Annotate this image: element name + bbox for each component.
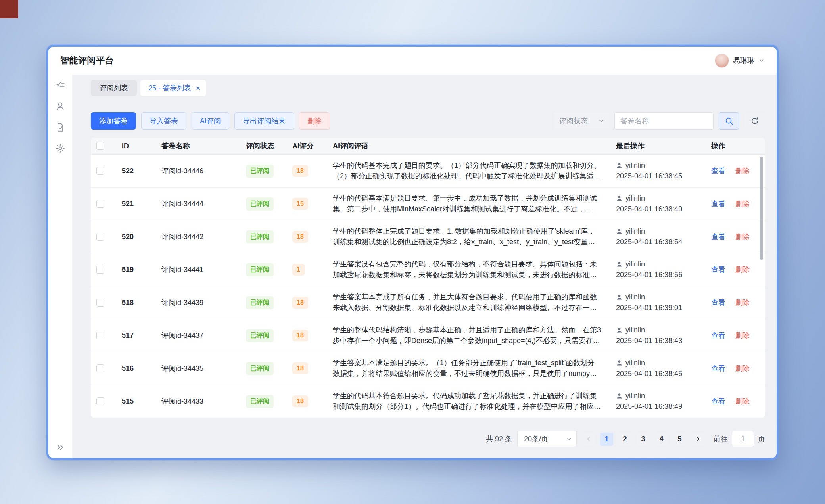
score-badge: 18: [292, 231, 308, 243]
person-icon: [616, 327, 623, 333]
view-link[interactable]: 查看: [711, 299, 725, 307]
status-badge: 已评阅: [246, 395, 274, 408]
refresh-button[interactable]: [744, 112, 765, 130]
table-scrollbar[interactable]: [760, 157, 763, 260]
delete-link[interactable]: 删除: [735, 266, 750, 274]
avatar[interactable]: [715, 54, 729, 68]
page-size-select[interactable]: 20条/页: [517, 431, 577, 447]
cell-name: 评阅id-34442: [153, 232, 243, 241]
delete-link[interactable]: 删除: [735, 397, 750, 405]
operator-name: yilinlin: [625, 391, 645, 401]
tab-answer-sheet-list[interactable]: 25 - 答卷列表 ×: [140, 80, 206, 96]
operation-time: 2025-04-01 16:38:43: [616, 335, 708, 346]
row-checkbox[interactable]: [96, 299, 104, 307]
cell-id: 519: [110, 266, 153, 274]
close-icon[interactable]: ×: [196, 85, 200, 92]
document-check-icon[interactable]: [55, 122, 65, 132]
row-checkbox[interactable]: [96, 397, 104, 405]
delete-link[interactable]: 删除: [735, 233, 750, 241]
status-badge: 已评阅: [246, 329, 274, 342]
page-unit-label: 页: [758, 434, 765, 444]
view-link[interactable]: 查看: [711, 397, 725, 405]
page-button[interactable]: 4: [655, 433, 668, 446]
row-checkbox[interactable]: [96, 332, 104, 339]
delete-link[interactable]: 删除: [735, 299, 750, 307]
row-checkbox[interactable]: [96, 266, 104, 274]
operator-name: yilinlin: [625, 292, 645, 303]
status-badge: 已评阅: [246, 165, 274, 178]
operator-name: yilinlin: [625, 193, 645, 204]
tab-review-list[interactable]: 评阅列表: [91, 80, 137, 96]
person-icon: [616, 195, 623, 202]
cell-last-operation: yilinlin 2025-04-01 16:38:45: [612, 160, 708, 182]
review-status-select[interactable]: 评阅状态: [554, 112, 609, 130]
col-header-lastop: 最后操作: [612, 141, 708, 151]
cell-id: 515: [110, 397, 153, 406]
user-menu[interactable]: 易琳琳: [715, 54, 765, 68]
delete-link[interactable]: 删除: [735, 167, 750, 175]
cell-comment: 学生答案基本完成了所有任务，并且大体符合题目要求。代码使用了正确的库和函数来载入…: [333, 292, 602, 313]
score-badge: 18: [292, 395, 308, 407]
cell-last-operation: yilinlin 2025-04-01 16:39:01: [612, 292, 708, 313]
operation-time: 2025-04-01 16:38:49: [616, 204, 708, 215]
operator-name: yilinlin: [625, 325, 645, 335]
goto-label: 前往: [714, 434, 728, 444]
delete-link[interactable]: 删除: [735, 200, 750, 208]
page-button[interactable]: 1: [600, 433, 613, 446]
operator-name: yilinlin: [625, 259, 645, 270]
page-button[interactable]: 2: [618, 433, 631, 446]
view-link[interactable]: 查看: [711, 200, 725, 208]
delete-link[interactable]: 删除: [735, 332, 750, 339]
view-link[interactable]: 查看: [711, 266, 725, 274]
view-link[interactable]: 查看: [711, 167, 725, 175]
cell-id: 522: [110, 167, 153, 175]
user-name: 易琳琳: [733, 56, 754, 65]
chevron-down-icon: [758, 57, 765, 64]
answer-name-input[interactable]: [614, 112, 714, 130]
cell-id: 521: [110, 200, 153, 208]
add-answer-button[interactable]: 添加答卷: [91, 112, 136, 130]
cell-last-operation: yilinlin 2025-04-01 16:38:56: [612, 259, 708, 280]
page-button[interactable]: 5: [673, 433, 686, 446]
col-header-id: ID: [110, 142, 153, 150]
cell-comment: 学生的代码基本符合题目要求。代码成功加载了鸢尾花数据集，并正确进行了训练集和测试…: [333, 391, 602, 412]
row-checkbox[interactable]: [96, 364, 104, 372]
operation-time: 2025-04-01 16:38:49: [616, 401, 708, 412]
col-header-status: 评阅状态: [243, 141, 288, 151]
row-checkbox[interactable]: [96, 167, 104, 175]
col-header-score: AI评分: [288, 141, 328, 151]
delete-link[interactable]: 删除: [735, 364, 750, 372]
search-button[interactable]: [719, 112, 739, 130]
settings-icon[interactable]: [55, 143, 65, 153]
export-results-button[interactable]: 导出评阅结果: [234, 112, 294, 130]
prev-page-button[interactable]: [582, 433, 595, 446]
cell-name: 评阅id-34433: [153, 397, 243, 406]
table-row: 519 评阅id-34441 已评阅 1 学生答案没有包含完整的代码，仅有部分结…: [91, 253, 765, 286]
toolbar: 添加答卷 导入答卷 AI评阅 导出评阅结果 删除 评阅状态: [91, 112, 765, 130]
search-icon: [725, 117, 733, 125]
operation-time: 2025-04-01 16:39:01: [616, 303, 708, 313]
user-icon[interactable]: [55, 101, 65, 111]
goto-page-input[interactable]: [732, 431, 754, 447]
expand-icon[interactable]: [56, 443, 65, 452]
chevron-left-icon: [585, 436, 592, 442]
view-link[interactable]: 查看: [711, 332, 725, 339]
cell-name: 评阅id-34435: [153, 364, 243, 373]
select-all-checkbox[interactable]: [96, 142, 104, 150]
view-link[interactable]: 查看: [711, 233, 725, 241]
view-link[interactable]: 查看: [711, 364, 725, 372]
person-icon: [616, 294, 623, 301]
review-checklist-icon[interactable]: [55, 80, 65, 90]
person-icon: [616, 360, 623, 366]
page-button[interactable]: 3: [637, 433, 650, 446]
tab-bar: 评阅列表 25 - 答卷列表 ×: [91, 80, 777, 96]
next-page-button[interactable]: [691, 433, 704, 446]
row-checkbox[interactable]: [96, 233, 104, 241]
score-badge: 18: [292, 165, 308, 177]
ai-review-button[interactable]: AI评阅: [192, 112, 229, 130]
page-size-value: 20条/页: [524, 434, 548, 444]
answer-table: ID 答卷名称 评阅状态 AI评分 AI评阅评语 最后操作 操作 522 评阅i…: [91, 138, 765, 418]
delete-button[interactable]: 删除: [299, 112, 330, 130]
import-answer-button[interactable]: 导入答卷: [141, 112, 186, 130]
row-checkbox[interactable]: [96, 200, 104, 208]
